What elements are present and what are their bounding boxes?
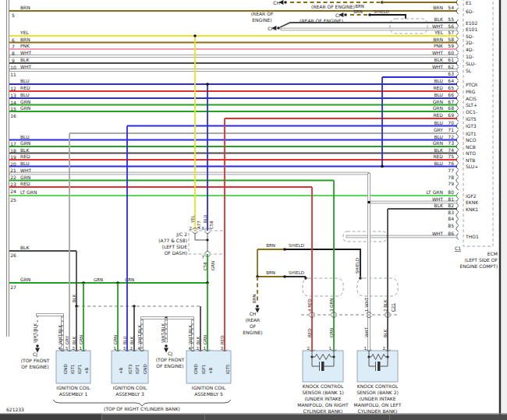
- svg-text:WHT: WHT: [432, 64, 443, 69]
- svg-text:26: 26: [10, 252, 16, 258]
- svg-text:SENSOR (BANK 2): SENSOR (BANK 2): [356, 390, 399, 395]
- svg-text:IGNITION COIL: IGNITION COIL: [56, 385, 90, 390]
- svg-text:ENGINE): ENGINE): [243, 330, 262, 335]
- svg-text:71: 71: [448, 127, 454, 132]
- svg-text:ACIS: ACIS: [466, 96, 477, 101]
- svg-text:25: 25: [10, 197, 16, 203]
- svg-text:NCO: NCO: [466, 137, 477, 143]
- svg-text:BLK: BLK: [20, 245, 30, 250]
- svg-text:RED: RED: [220, 335, 225, 344]
- svg-text:ASSEMBLY 5: ASSEMBLY 5: [194, 391, 223, 397]
- svg-text:OF ENGINE): OF ENGINE): [156, 363, 183, 369]
- svg-text:RED: RED: [20, 154, 30, 159]
- svg-text:SHIELD: SHIELD: [289, 243, 304, 248]
- svg-text:E102: E102: [466, 20, 477, 26]
- svg-text:4D-: 4D-: [466, 47, 474, 52]
- svg-text:(UNDER INTAKE: (UNDER INTAKE: [360, 396, 396, 401]
- svg-text:OC1-: OC1-: [466, 109, 477, 115]
- svg-text:CYLINDER BANK): CYLINDER BANK): [358, 408, 398, 414]
- svg-text:79: 79: [448, 181, 454, 186]
- svg-text:1 WHT: 1 WHT: [364, 297, 369, 312]
- svg-text:SL: SL: [466, 68, 472, 73]
- svg-text:4: 4: [189, 346, 192, 351]
- svg-text:CYLINDER BANK): CYLINDER BANK): [303, 408, 343, 414]
- wire27-mid-label-1: GRN: [94, 277, 103, 282]
- svg-text:2: 2: [383, 346, 386, 351]
- svg-text:54: 54: [448, 5, 454, 10]
- svg-text:KNK1: KNK1: [466, 206, 478, 212]
- ecm-connector-id: C1: [455, 245, 461, 251]
- svg-text:BLU: BLU: [20, 134, 30, 139]
- svg-text:76: 76: [448, 161, 454, 166]
- svg-text:IGNITION COIL: IGNITION COIL: [192, 385, 226, 390]
- svg-text:5: 5: [12, 12, 15, 18]
- svg-text:56: 56: [448, 23, 454, 29]
- svg-text:4: 4: [138, 346, 141, 351]
- svg-text:BLK: BLK: [383, 329, 388, 337]
- svg-text:BLU: BLU: [20, 92, 30, 97]
- svg-text:YEL: YEL: [434, 30, 443, 35]
- svg-text:NTO: NTO: [466, 150, 476, 156]
- svg-text:KNOCK CONTROL: KNOCK CONTROL: [357, 383, 399, 389]
- svg-text:17: 17: [10, 141, 16, 146]
- svg-text:2: 2: [130, 346, 133, 351]
- svg-text:LT GRN: LT GRN: [20, 189, 37, 195]
- svg-text:PTCR: PTCR: [466, 82, 477, 87]
- svg-text:3: 3: [123, 346, 126, 351]
- svg-text:4: 4: [58, 346, 62, 351]
- svg-text:63: 63: [448, 71, 454, 76]
- svg-text:(LEFT SIDE: (LEFT SIDE: [162, 244, 188, 249]
- svg-text:66: 66: [448, 92, 454, 97]
- svg-text:LT GRN: LT GRN: [427, 189, 443, 195]
- svg-text:80: 80: [448, 189, 454, 195]
- ecm-title: ECM: [488, 251, 498, 256]
- svg-text:BLU: BLU: [434, 134, 443, 139]
- svg-text:(TOP FRONT: (TOP FRONT: [156, 357, 185, 362]
- svg-text:64: 64: [448, 78, 454, 83]
- svg-text:81: 81: [448, 196, 454, 202]
- svg-text:2D-: 2D-: [466, 40, 474, 45]
- svg-text:12: 12: [10, 86, 16, 91]
- svg-text:WHT: WHT: [432, 50, 443, 55]
- svg-text:1: 1: [204, 346, 207, 351]
- svg-text:WHT: WHT: [20, 168, 31, 173]
- svg-text:85: 85: [448, 223, 454, 228]
- svg-text:BRN: BRN: [266, 243, 275, 248]
- svg-text:WHT: WHT: [432, 23, 443, 29]
- svg-text:THO1: THO1: [465, 234, 479, 239]
- svg-text:WHT: WHT: [432, 196, 443, 202]
- jc2-title: J/C 2: [176, 231, 187, 238]
- svg-text:WHT: WHT: [364, 326, 369, 337]
- svg-text:E1: E1: [466, 0, 472, 5]
- svg-text:OF ENGINE): OF ENGINE): [21, 364, 48, 369]
- svg-text:7: 7: [12, 44, 15, 49]
- svg-text:1: 1: [114, 346, 117, 351]
- svg-text:GRN: GRN: [79, 335, 83, 344]
- svg-text:24: 24: [10, 189, 16, 194]
- svg-text:SLU+: SLU+: [466, 164, 478, 169]
- svg-text:60: 60: [448, 50, 454, 55]
- ground-id-ci: CI: [335, 12, 340, 18]
- svg-text:BLK: BLK: [20, 57, 30, 62]
- jc2-conn-out: C58: [203, 262, 207, 270]
- svg-text:MANIFOLD, ON RIGHT: MANIFOLD, ON RIGHT: [297, 402, 349, 408]
- wire27-mid-label-2: GRN: [125, 277, 134, 282]
- svg-text:RED: RED: [433, 154, 443, 159]
- horizontal-scrollbar[interactable]: [0, 414, 507, 420]
- svg-text:GRN: GRN: [433, 140, 443, 146]
- svg-text:(REAR: (REAR: [246, 317, 261, 323]
- svg-text:13: 13: [10, 93, 16, 98]
- svg-text:GND: GND: [193, 364, 198, 374]
- svg-text:3: 3: [66, 346, 69, 351]
- svg-text:SLU-: SLU-: [466, 61, 476, 66]
- svg-text:BRN: BRN: [20, 5, 30, 10]
- svg-text:GRN: GRN: [433, 99, 443, 104]
- svg-text:IGF1: IGF1: [201, 364, 206, 374]
- svg-text:RED: RED: [20, 181, 30, 186]
- svg-text:BLU: BLU: [434, 78, 443, 83]
- svg-text:73: 73: [448, 140, 454, 146]
- svg-text:PRG: PRG: [466, 89, 476, 94]
- svg-text:MANIFOLD, ON LEFT: MANIFOLD, ON LEFT: [354, 402, 402, 408]
- svg-text:78: 78: [448, 175, 454, 180]
- svg-text:6: 6: [12, 37, 15, 43]
